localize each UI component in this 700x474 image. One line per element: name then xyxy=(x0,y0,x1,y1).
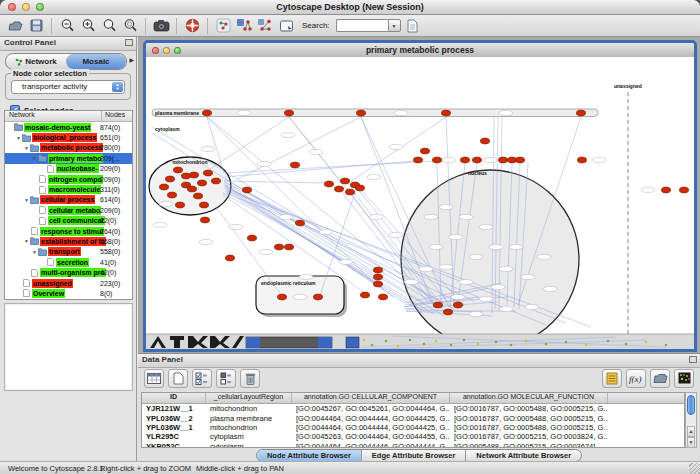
help-button[interactable] xyxy=(183,17,201,35)
tree-row[interactable]: ▼transport558(0) xyxy=(5,247,132,257)
tree-row[interactable]: cell communicat22(0) xyxy=(5,216,132,226)
col-id[interactable]: ID xyxy=(142,393,206,403)
tree-row[interactable]: secretion41(0) xyxy=(5,257,132,267)
network-node[interactable] xyxy=(277,294,286,300)
window-titlebar[interactable]: Cytoscape Desktop (New Session) xyxy=(0,0,700,15)
network-node[interactable] xyxy=(242,187,251,193)
table-row[interactable]: YPL036W__2plasma membrane[GO:0044464, GO… xyxy=(142,413,684,422)
network-node[interactable] xyxy=(175,202,184,208)
col-cellular-component[interactable]: annotation.GO CELLULAR_COMPONENT xyxy=(292,393,450,403)
tree-row[interactable]: cellular metabo209(0) xyxy=(5,205,132,215)
network-node[interactable] xyxy=(247,235,256,241)
network-node[interactable] xyxy=(453,302,462,308)
network-node[interactable] xyxy=(173,167,182,173)
annotation-tool-button[interactable] xyxy=(277,17,295,35)
network-node[interactable] xyxy=(360,292,369,298)
tree-row[interactable]: nucleobase-209(0) xyxy=(5,164,132,174)
network-tool-button-2[interactable] xyxy=(235,17,253,35)
zoom-in-button[interactable] xyxy=(79,17,97,35)
network-node[interactable] xyxy=(284,244,293,250)
frame-close-button[interactable] xyxy=(152,47,159,54)
attribute-unselect-button[interactable] xyxy=(216,369,236,388)
network-node[interactable] xyxy=(356,110,365,116)
network-node[interactable] xyxy=(373,267,382,273)
network-node[interactable] xyxy=(334,186,343,192)
tree-row[interactable]: response to stimul264(0) xyxy=(5,226,132,236)
attribute-select-all-button[interactable] xyxy=(192,369,212,388)
network-tool-button-1[interactable] xyxy=(214,17,232,35)
network-node[interactable] xyxy=(420,148,429,154)
table-row[interactable]: YJR121W__1mitochondrion[GO:0045267, GO:0… xyxy=(142,404,684,413)
import-attributes-button[interactable] xyxy=(650,369,670,388)
table-row[interactable]: YLR295Ccytoplasm[GO:0045263, GO:0044464,… xyxy=(142,432,684,441)
network-node[interactable] xyxy=(324,181,333,187)
network-node[interactable] xyxy=(576,110,585,116)
tab-network[interactable]: Network xyxy=(6,54,66,69)
tree-header-nodes[interactable]: Nodes xyxy=(102,111,125,121)
open-file-button[interactable] xyxy=(6,17,24,35)
tab-overflow-button[interactable]: ▶ xyxy=(129,56,134,63)
tree-row[interactable]: Overview8(0) xyxy=(5,288,132,298)
network-node[interactable] xyxy=(274,244,283,250)
select-attributes-button[interactable] xyxy=(144,369,164,388)
network-node[interactable] xyxy=(313,294,322,300)
minimize-button[interactable] xyxy=(22,3,30,11)
network-node[interactable] xyxy=(433,302,442,308)
network-node[interactable] xyxy=(187,186,196,192)
tree-row[interactable]: mosaic-demo-yeast874(0) xyxy=(5,122,132,132)
tab-edge-attribute-browser[interactable]: Edge Attribute Browser xyxy=(362,450,466,461)
network-node[interactable] xyxy=(443,309,452,315)
col-region[interactable]: _cellularLayoutRegion xyxy=(206,393,292,403)
network-node[interactable] xyxy=(373,281,382,287)
scroll-down-button[interactable]: ▼ xyxy=(687,437,695,448)
network-node[interactable] xyxy=(515,157,524,163)
network-node[interactable] xyxy=(203,170,212,176)
scroll-up-button[interactable]: ▲ xyxy=(687,426,695,437)
tab-node-attribute-browser[interactable]: Node Attribute Browser xyxy=(257,450,362,461)
float-panel-icon[interactable] xyxy=(125,39,133,46)
network-node[interactable] xyxy=(199,202,208,208)
network-tree[interactable]: Network Nodes mosaic-demo-yeast874(0)▼bi… xyxy=(4,110,133,300)
frame-titlebar[interactable]: primary metabolic process xyxy=(146,43,694,58)
zoom-selected-button[interactable] xyxy=(100,17,118,35)
network-node[interactable] xyxy=(355,185,364,191)
tree-row[interactable]: multi-organism pro42(0) xyxy=(5,267,132,277)
search-input[interactable] xyxy=(336,19,388,32)
snapshot-button[interactable] xyxy=(152,17,170,35)
label-settings-button[interactable] xyxy=(602,369,622,388)
plasma-membrane-region[interactable] xyxy=(152,109,598,117)
network-node[interactable] xyxy=(295,220,304,226)
heatmap-button[interactable] xyxy=(674,369,694,388)
network-node[interactable] xyxy=(373,274,382,280)
tab-mosaic[interactable]: Mosaic xyxy=(66,54,126,69)
new-attribute-button[interactable] xyxy=(168,369,188,388)
function-builder-button[interactable]: f(x) xyxy=(626,369,646,388)
attribute-table[interactable]: ID _cellularLayoutRegion annotation.GO C… xyxy=(141,392,685,448)
table-row[interactable]: YKR052Ccytoplasm[GO:0044464, GO:0044446,… xyxy=(142,442,684,448)
tree-row[interactable]: nitrogen compo209(0) xyxy=(5,174,132,184)
network-node[interactable] xyxy=(159,184,168,190)
network-node[interactable] xyxy=(472,157,481,163)
tree-header-network[interactable]: Network xyxy=(5,111,102,121)
network-node[interactable] xyxy=(577,157,586,163)
float-panel-icon[interactable] xyxy=(689,356,697,363)
frame-zoom-button[interactable] xyxy=(174,47,181,54)
network-node[interactable] xyxy=(679,187,688,193)
delete-attribute-button[interactable] xyxy=(240,369,260,388)
network-canvas[interactable]: plasma membrane cytoplasm mitochondrion … xyxy=(146,57,694,349)
network-node[interactable] xyxy=(202,110,211,116)
network-node[interactable] xyxy=(189,172,198,178)
zoom-window-button[interactable] xyxy=(36,3,44,11)
network-node[interactable] xyxy=(181,173,190,179)
network-node[interactable] xyxy=(460,157,469,163)
node-color-dropdown[interactable]: transporter activity ▲▼ xyxy=(11,80,125,94)
col-molecular-function[interactable]: annotation.GO MOLECULAR_FUNCTION xyxy=(450,393,608,403)
network-node[interactable] xyxy=(200,217,209,223)
tree-row[interactable]: ▼metabolic process280(0) xyxy=(5,143,132,153)
network-node[interactable] xyxy=(211,178,220,184)
close-button[interactable] xyxy=(8,3,16,11)
network-node[interactable] xyxy=(193,193,202,199)
network-node[interactable] xyxy=(340,178,349,184)
tab-network-attribute-browser[interactable]: Network Attribute Browser xyxy=(466,450,581,461)
network-node[interactable] xyxy=(165,176,174,182)
